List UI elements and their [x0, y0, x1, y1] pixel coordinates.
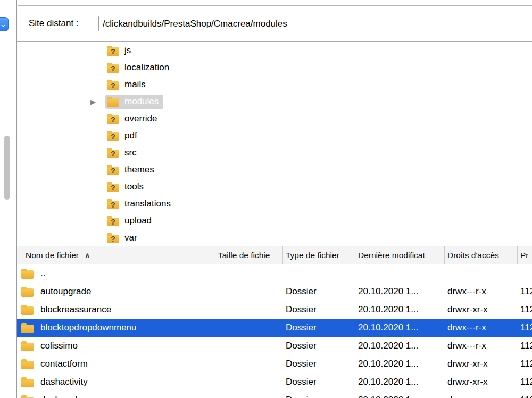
file-type-cell: Dossier [283, 359, 355, 369]
file-modified-cell: 20.10.2020 1... [355, 359, 445, 369]
file-owner-cell: 112 [518, 377, 532, 387]
remote-path-input[interactable] [98, 16, 532, 31]
file-type-cell: Dossier [283, 286, 355, 297]
column-header-label: Dernière modificat [358, 251, 425, 260]
tree-item-content: ?pdf [105, 129, 142, 143]
tree-item-content: ?tools [105, 180, 148, 194]
file-name-cell: dashgoals [17, 395, 215, 398]
file-name: .. [40, 268, 45, 279]
file-name: blockreassurance [40, 304, 111, 315]
file-modified-cell: 20.10.2020 1... [355, 377, 445, 387]
file-modified-cell: 20.10.2020 1... [355, 304, 445, 315]
file-list-body: ..autoupgradeDossier20.10.2020 1...drwx-… [17, 264, 532, 398]
tree-item-content: ?upload [105, 214, 156, 228]
tree-item-content: ?js [105, 44, 136, 57]
file-modified-cell: 20.10.2020 1... [355, 322, 445, 333]
file-name: dashgoals [40, 395, 82, 398]
file-permissions-cell: drwx---r-x [445, 341, 518, 351]
file-row-colissimo[interactable]: colissimoDossier20.10.2020 1...drwx---r-… [17, 337, 532, 355]
question-mark-glyph: ? [111, 48, 115, 55]
folder-unknown-icon: ? [107, 201, 119, 209]
file-row-dashgoals[interactable]: dashgoalsDossier20.10.2020 1...drwxr-xr-… [17, 391, 532, 398]
question-mark-glyph: ? [111, 133, 115, 140]
tree-item-src[interactable]: ?src [17, 144, 532, 161]
vertical-scrollbar-thumb[interactable] [4, 136, 10, 200]
folder-icon [21, 270, 34, 279]
disclosure-triangle-icon[interactable]: ▶ [90, 98, 105, 106]
tree-item-label: modules [124, 96, 159, 107]
tree-item-content: ?override [105, 112, 162, 126]
file-name: dashactivity [40, 377, 88, 387]
folder-unknown-icon: ? [107, 132, 119, 141]
tree-item-label: override [124, 113, 157, 124]
folder-icon [21, 379, 34, 387]
tree-item-override[interactable]: ?override [17, 110, 532, 127]
file-type-cell: Dossier [283, 341, 355, 351]
tree-item-tools[interactable]: ?tools [17, 178, 532, 195]
question-mark-glyph: ? [111, 201, 115, 209]
file-name-cell: colissimo [17, 341, 215, 351]
tree-item-content: ?src [105, 146, 142, 160]
folder-icon [21, 343, 34, 351]
file-permissions-cell: drwxr-xr-x [445, 377, 518, 387]
file-name: contactform [40, 359, 88, 369]
file-row-blocktopdropdownmenu[interactable]: blocktopdropdownmenuDossier20.10.2020 1.… [17, 319, 532, 337]
column-header-name[interactable]: Nom de fichier∧ [17, 246, 215, 264]
file-row-autoupgrade[interactable]: autoupgradeDossier20.10.2020 1...drwx---… [17, 283, 532, 301]
folder-icon [21, 306, 34, 315]
sort-ascending-icon: ∧ [85, 251, 90, 259]
column-header-type[interactable]: Type de fichier [283, 246, 355, 264]
file-row-contactform[interactable]: contactformDossier20.10.2020 1...drwxr-x… [17, 355, 532, 373]
file-row-..[interactable]: .. [17, 264, 532, 283]
file-owner-cell: 112 [518, 304, 532, 315]
remote-pane: Site distant : ?js?localization?mails▶mo… [17, 0, 532, 398]
tree-item-pdf[interactable]: ?pdf [17, 127, 532, 144]
tree-item-content: ?localization [105, 61, 174, 74]
file-modified-cell: 20.10.2020 1... [355, 395, 445, 398]
question-mark-glyph: ? [111, 82, 115, 89]
file-row-blockreassurance[interactable]: blockreassuranceDossier20.10.2020 1...dr… [17, 301, 532, 319]
column-header-label: Taille de fichie [218, 251, 270, 260]
question-mark-glyph: ? [111, 65, 115, 72]
tree-item-label: themes [124, 164, 154, 175]
tree-item-label: translations [124, 198, 171, 209]
file-name-cell: blocktopdropdownmenu [17, 322, 215, 333]
tree-item-js[interactable]: ?js [17, 42, 532, 59]
column-header-owner[interactable]: Pr [518, 246, 532, 264]
file-list-header: Nom de fichier∧Taille de fichieType de f… [17, 246, 532, 264]
remote-path-bar: Site distant : [17, 5, 532, 41]
file-row-dashactivity[interactable]: dashactivityDossier20.10.2020 1...drwxr-… [17, 373, 532, 391]
file-permissions-cell: drwx---r-x [445, 322, 518, 333]
tree-item-label: upload [124, 215, 152, 226]
folder-unknown-icon: ? [107, 218, 119, 226]
question-mark-glyph: ? [111, 184, 115, 192]
remote-directory-tree: ?js?localization?mails▶modules?override?… [17, 41, 532, 246]
file-type-cell: Dossier [283, 322, 355, 333]
folder-icon [21, 325, 34, 333]
tree-item-modules[interactable]: ▶modules [17, 93, 532, 110]
tree-item-label: js [124, 45, 131, 56]
tree-item-localization[interactable]: ?localization [17, 59, 532, 76]
column-header-size[interactable]: Taille de fichie [215, 246, 283, 264]
folder-icon [21, 288, 34, 297]
file-owner-cell: 112 [518, 359, 532, 369]
column-header-permissions[interactable]: Droits d'accès [445, 246, 518, 264]
column-header-modified[interactable]: Dernière modificat [355, 246, 445, 264]
tree-item-label: var [124, 233, 137, 243]
local-site-dropdown[interactable]: ⌄ [0, 17, 9, 31]
question-mark-glyph: ? [111, 116, 115, 123]
tree-item-var[interactable]: ?var [17, 229, 532, 246]
folder-icon [21, 361, 34, 369]
folder-unknown-icon: ? [107, 235, 119, 243]
tree-item-mails[interactable]: ?mails [17, 76, 532, 93]
file-owner-cell: 112 [518, 395, 532, 398]
file-permissions-cell: drwxr-xr-x [445, 359, 518, 369]
folder-unknown-icon: ? [107, 115, 119, 124]
local-pane-sliver: ⌄ [0, 0, 17, 398]
tree-item-upload[interactable]: ?upload [17, 212, 532, 229]
file-name: blocktopdropdownmenu [40, 322, 137, 333]
question-mark-glyph: ? [111, 150, 115, 157]
tree-item-translations[interactable]: ?translations [17, 195, 532, 212]
tree-item-themes[interactable]: ?themes [17, 161, 532, 178]
file-name-cell: contactform [17, 359, 215, 369]
